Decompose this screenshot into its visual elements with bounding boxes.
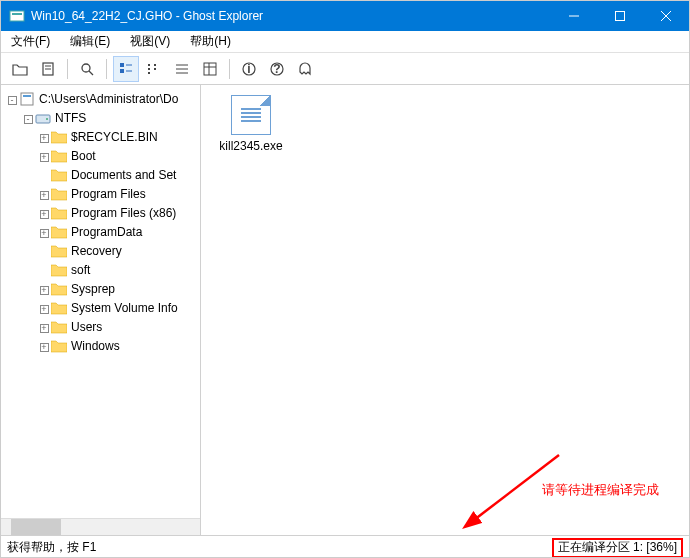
svg-rect-11 xyxy=(120,63,124,67)
svg-text:?: ? xyxy=(273,62,280,76)
search-button[interactable] xyxy=(74,56,100,82)
close-button[interactable] xyxy=(643,1,689,31)
title-bar: Win10_64_22H2_CJ.GHO - Ghost Explorer xyxy=(1,1,689,31)
folder-icon xyxy=(51,186,67,202)
svg-rect-1 xyxy=(12,13,22,15)
tree-folder-item[interactable]: +ProgramData xyxy=(1,222,200,241)
tree-folder-item[interactable]: +Program Files xyxy=(1,184,200,203)
tree-item-label: Program Files (x86) xyxy=(69,205,178,221)
tree-pane[interactable]: -C:\Users\Administrator\Do-NTFS+$RECYCLE… xyxy=(1,85,201,535)
folder-icon xyxy=(51,148,67,164)
tree-folder-item[interactable]: +Sysprep xyxy=(1,279,200,298)
svg-rect-17 xyxy=(148,72,150,74)
properties-button[interactable] xyxy=(35,56,61,82)
tree-item-label: Windows xyxy=(69,338,122,354)
folder-icon xyxy=(51,205,67,221)
tree-item-label: Boot xyxy=(69,148,98,164)
tree-item-label: Program Files xyxy=(69,186,148,202)
tree-item-label: Documents and Set xyxy=(69,167,178,183)
tree-folder-item[interactable]: Documents and Set xyxy=(1,165,200,184)
tree-item-label: Sysprep xyxy=(69,281,117,297)
folder-icon xyxy=(51,243,67,259)
status-progress-text: 正在编译分区 1: [36%] xyxy=(552,538,683,558)
tree-item-label: Users xyxy=(69,319,104,335)
menu-bar: 文件(F) 编辑(E) 视图(V) 帮助(H) xyxy=(1,31,689,53)
minimize-button[interactable] xyxy=(551,1,597,31)
svg-rect-12 xyxy=(120,69,124,73)
maximize-button[interactable] xyxy=(597,1,643,31)
view-list-button[interactable] xyxy=(169,56,195,82)
tree-item-label: C:\Users\Administrator\Do xyxy=(37,91,180,107)
tree-drive[interactable]: -NTFS xyxy=(1,108,200,127)
file-name: kill2345.exe xyxy=(211,139,291,153)
status-help-text: 获得帮助，按 F1 xyxy=(7,539,96,556)
svg-rect-18 xyxy=(154,64,156,66)
svg-rect-30 xyxy=(21,93,33,105)
svg-rect-19 xyxy=(154,68,156,70)
instruction-hint: 请等待进程编译完成 xyxy=(542,481,659,499)
svg-rect-3 xyxy=(616,12,625,21)
gho-file-icon xyxy=(19,91,35,107)
menu-view[interactable]: 视图(V) xyxy=(126,31,174,52)
info-button[interactable]: i xyxy=(236,56,262,82)
svg-point-9 xyxy=(82,64,90,72)
file-list-pane[interactable]: kill2345.exe 请等待进程编译完成 xyxy=(201,85,689,535)
folder-icon xyxy=(51,319,67,335)
toolbar-separator xyxy=(67,59,68,79)
app-icon xyxy=(9,8,25,24)
drive-icon xyxy=(35,110,51,126)
tree-folder-item[interactable]: +Windows xyxy=(1,336,200,355)
view-large-icons-button[interactable] xyxy=(113,56,139,82)
svg-rect-15 xyxy=(148,64,150,66)
toolbar-separator xyxy=(229,59,230,79)
ghost-button[interactable] xyxy=(292,56,318,82)
tree-horizontal-scrollbar[interactable] xyxy=(1,518,200,535)
tree-folder-item[interactable]: +Users xyxy=(1,317,200,336)
toolbar-separator xyxy=(106,59,107,79)
svg-rect-16 xyxy=(148,68,150,70)
menu-help[interactable]: 帮助(H) xyxy=(186,31,235,52)
status-bar: 获得帮助，按 F1 正在编译分区 1: [36%] xyxy=(1,535,689,558)
folder-icon xyxy=(51,281,67,297)
svg-text:i: i xyxy=(247,62,250,76)
folder-icon xyxy=(51,338,67,354)
tree-folder-item[interactable]: +$RECYCLE.BIN xyxy=(1,127,200,146)
folder-icon xyxy=(51,300,67,316)
folder-icon xyxy=(51,262,67,278)
folder-icon xyxy=(51,129,67,145)
tree-item-label: $RECYCLE.BIN xyxy=(69,129,160,145)
window-title: Win10_64_22H2_CJ.GHO - Ghost Explorer xyxy=(31,9,551,23)
tree-folder-item[interactable]: +Program Files (x86) xyxy=(1,203,200,222)
help-button[interactable]: ? xyxy=(264,56,290,82)
tree-item-label: System Volume Info xyxy=(69,300,180,316)
tree-item-label: ProgramData xyxy=(69,224,144,240)
view-details-button[interactable] xyxy=(197,56,223,82)
folder-icon xyxy=(51,167,67,183)
folder-icon xyxy=(51,224,67,240)
tree-root[interactable]: -C:\Users\Administrator\Do xyxy=(1,89,200,108)
svg-rect-0 xyxy=(10,11,24,21)
toolbar: i ? xyxy=(1,53,689,85)
open-button[interactable] xyxy=(7,56,33,82)
tree-folder-item[interactable]: +Boot xyxy=(1,146,200,165)
svg-rect-23 xyxy=(204,63,216,75)
svg-point-33 xyxy=(46,118,48,120)
menu-file[interactable]: 文件(F) xyxy=(7,31,54,52)
menu-edit[interactable]: 编辑(E) xyxy=(66,31,114,52)
tree-folder-item[interactable]: +System Volume Info xyxy=(1,298,200,317)
tree-folder-item[interactable]: soft xyxy=(1,260,200,279)
view-small-icons-button[interactable] xyxy=(141,56,167,82)
exe-file-icon xyxy=(231,95,271,135)
tree-folder-item[interactable]: Recovery xyxy=(1,241,200,260)
svg-rect-31 xyxy=(23,95,31,97)
tree-item-label: soft xyxy=(69,262,92,278)
tree-item-label: NTFS xyxy=(53,110,88,126)
svg-line-10 xyxy=(89,71,93,75)
tree-item-label: Recovery xyxy=(69,243,124,259)
file-item[interactable]: kill2345.exe xyxy=(211,95,291,153)
